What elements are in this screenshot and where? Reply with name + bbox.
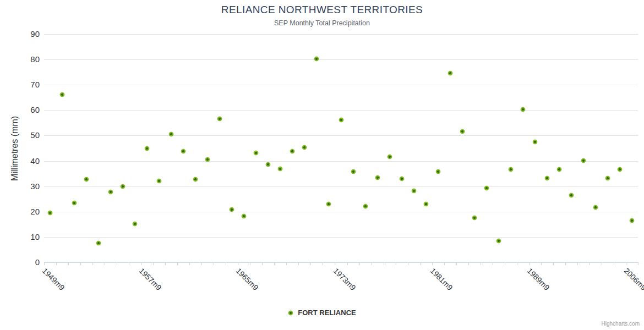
data-point[interactable] — [181, 148, 186, 154]
data-point[interactable] — [156, 178, 162, 184]
x-axis-tick-mark — [517, 262, 517, 265]
data-point[interactable] — [84, 177, 89, 182]
data-point[interactable] — [241, 213, 247, 219]
x-axis-tick-mark — [614, 262, 614, 265]
data-point[interactable] — [47, 210, 53, 216]
data-point[interactable] — [326, 201, 331, 207]
x-axis-tick-mark — [310, 262, 311, 265]
data-point[interactable] — [229, 207, 234, 212]
chart-subtitle: SEP Monthly Total Precipitation — [0, 19, 644, 27]
data-point[interactable] — [544, 175, 550, 181]
x-axis-tick-mark — [141, 262, 141, 265]
data-point[interactable] — [217, 116, 222, 122]
data-point[interactable] — [593, 205, 598, 210]
data-point[interactable] — [387, 154, 392, 160]
data-point[interactable] — [569, 193, 574, 198]
x-axis-tick-mark — [396, 262, 396, 265]
data-point[interactable] — [472, 215, 477, 221]
data-point[interactable] — [265, 162, 271, 167]
data-point[interactable] — [435, 169, 441, 174]
highcharts-credit-link[interactable]: Highcharts.com — [602, 321, 640, 327]
x-axis-tick-mark — [420, 262, 421, 265]
data-point[interactable] — [605, 175, 610, 181]
chart-container: RELIANCE NORTHWEST TERRITORIES SEP Month… — [0, 0, 644, 330]
data-point[interactable] — [508, 167, 514, 172]
data-point[interactable] — [423, 201, 429, 207]
data-point[interactable] — [132, 221, 138, 227]
y-axis-tick-label: 30 — [0, 182, 40, 191]
data-point[interactable] — [629, 218, 635, 223]
data-point[interactable] — [314, 56, 319, 62]
data-point[interactable] — [144, 146, 150, 151]
x-axis-tick-mark — [165, 262, 166, 265]
data-point[interactable] — [72, 200, 77, 206]
x-axis-tick-label: 1981m9 — [428, 266, 454, 292]
gridline-10 — [44, 237, 638, 238]
x-axis-tick-mark — [468, 262, 469, 265]
x-axis-tick-mark — [456, 262, 457, 265]
gridline-30 — [44, 186, 638, 187]
x-axis-tick-mark — [493, 262, 493, 265]
data-point[interactable] — [59, 92, 65, 97]
data-point[interactable] — [193, 177, 198, 182]
x-axis-tick-label: 1965m9 — [234, 266, 260, 292]
data-point[interactable] — [205, 157, 210, 162]
data-point[interactable] — [96, 240, 101, 246]
y-axis-tick-label: 20 — [0, 207, 40, 216]
data-point[interactable] — [496, 238, 501, 244]
legend-marker-icon — [288, 310, 293, 316]
data-point[interactable] — [375, 175, 380, 180]
x-axis-tick-label: 1973m9 — [331, 266, 357, 292]
data-point[interactable] — [363, 204, 368, 209]
legend-series-label: FORT RELIANCE — [298, 309, 356, 317]
x-axis-tick-mark — [347, 262, 348, 265]
data-point[interactable] — [556, 167, 562, 172]
y-axis-tick-label: 80 — [0, 55, 40, 64]
data-point[interactable] — [411, 188, 417, 194]
x-axis-tick-label: 1957m9 — [138, 266, 163, 292]
x-axis-tick-mark — [226, 262, 226, 265]
data-point[interactable] — [351, 169, 356, 174]
data-point[interactable] — [290, 148, 295, 154]
data-point[interactable] — [277, 166, 283, 172]
x-axis-tick-mark — [335, 262, 335, 265]
data-point[interactable] — [168, 131, 174, 137]
x-axis-tick-mark — [262, 262, 263, 265]
gridline-20 — [44, 212, 638, 212]
x-axis-tick-mark — [590, 262, 590, 265]
x-axis-tick-mark — [105, 262, 105, 265]
x-axis-tick-mark — [153, 262, 154, 265]
x-axis-tick-mark — [565, 262, 566, 265]
gridline-50 — [44, 135, 638, 136]
data-point[interactable] — [581, 158, 586, 163]
y-axis-tick-label: 0 — [0, 258, 40, 267]
x-axis-tick-mark — [323, 262, 323, 265]
data-point[interactable] — [520, 107, 526, 112]
data-point[interactable] — [617, 167, 623, 172]
x-axis-tick-mark — [286, 262, 287, 265]
legend-item-fort-reliance[interactable]: FORT RELIANCE — [0, 309, 644, 317]
data-point[interactable] — [399, 176, 405, 182]
x-axis-tick-mark — [214, 262, 214, 265]
x-axis-tick-mark — [56, 262, 57, 265]
data-point[interactable] — [460, 129, 465, 134]
x-axis-tick-mark — [238, 262, 238, 265]
data-point[interactable] — [120, 184, 125, 189]
data-point[interactable] — [484, 185, 489, 191]
x-axis-tick-mark — [626, 262, 626, 265]
data-point[interactable] — [302, 145, 307, 150]
x-axis-tick-mark — [432, 262, 433, 265]
x-axis-tick-mark — [129, 262, 129, 265]
y-axis-tick-label: 40 — [0, 157, 40, 166]
data-point[interactable] — [253, 150, 259, 156]
plot-area — [44, 34, 638, 263]
x-axis-tick-mark — [189, 262, 190, 265]
data-point[interactable] — [532, 139, 538, 145]
x-axis-tick-mark — [408, 262, 408, 265]
y-axis-tick-label: 50 — [0, 131, 40, 140]
x-axis-tick-mark — [372, 262, 372, 265]
data-point[interactable] — [108, 189, 113, 195]
data-point[interactable] — [447, 70, 453, 76]
data-point[interactable] — [339, 117, 344, 123]
x-axis-tick-mark — [541, 262, 542, 265]
